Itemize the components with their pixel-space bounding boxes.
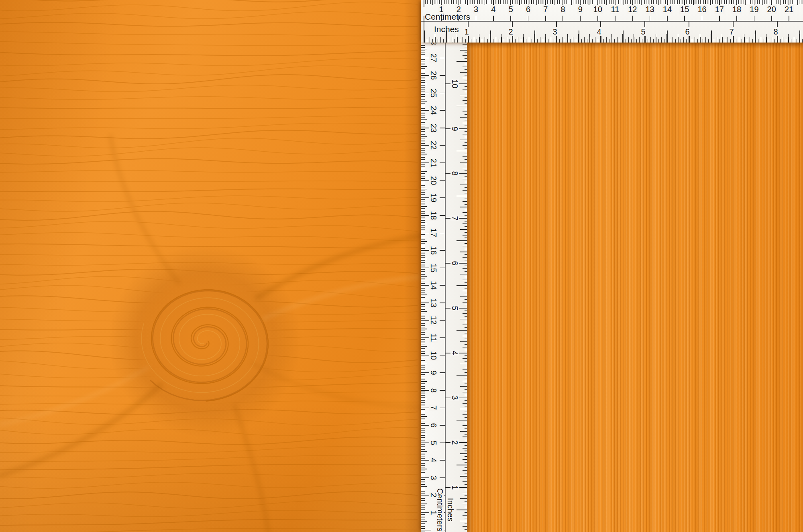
top-inch-number: 8 — [772, 27, 779, 36]
left-cm-number: 11 — [429, 333, 438, 343]
left-cm-number: 15 — [429, 262, 438, 273]
left-inch-number: 6 — [450, 260, 459, 266]
left-inch-number: 1 — [450, 484, 459, 490]
left-cm-number: 1 — [429, 510, 438, 516]
top-ruler: Centimeters 1234567891011121314151617181… — [421, 0, 803, 43]
flat-fabric-panel — [467, 43, 803, 532]
top-cm-number: 17 — [714, 5, 725, 14]
fabric-product-photo: Centimeters 1234567891011121314151617181… — [0, 0, 803, 532]
top-cm-number: 6 — [525, 5, 531, 14]
left-inch-number: 11 — [450, 43, 459, 44]
top-cm-number: 5 — [508, 5, 514, 14]
top-cm-number: 7 — [542, 5, 548, 14]
left-inch-number: 10 — [450, 79, 459, 89]
left-ruler-centimeter-scale: Centimeters 2827262524232221201918171615… — [421, 43, 445, 532]
fabric-swirl-texture — [0, 0, 421, 532]
top-ruler-centimeters-label: Centimeters — [425, 12, 470, 21]
left-cm-number: 14 — [429, 280, 438, 290]
left-cm-number: 7 — [429, 405, 438, 411]
top-inch-number: 4 — [596, 27, 602, 36]
left-inch-number: 4 — [450, 350, 459, 356]
top-cm-number: 14 — [662, 5, 673, 14]
top-cm-number: 8 — [560, 5, 566, 14]
left-cm-number: 25 — [429, 87, 438, 98]
top-cm-number: 16 — [697, 5, 707, 14]
left-ruler-inches-label: Inches — [446, 498, 454, 522]
top-cm-number: 15 — [679, 5, 690, 14]
top-cm-number: 3 — [473, 5, 479, 14]
top-inch-number: 3 — [552, 27, 558, 36]
top-cm-number: 12 — [627, 5, 638, 14]
top-cm-number: 4 — [490, 5, 496, 14]
left-cm-number: 18 — [429, 210, 438, 221]
left-cm-number: 8 — [429, 387, 438, 393]
top-cm-number: 20 — [766, 5, 777, 14]
left-cm-number: 5 — [429, 440, 438, 446]
left-cm-number: 28 — [429, 43, 438, 46]
top-cm-number: 11 — [610, 5, 620, 14]
left-cm-number: 21 — [429, 158, 438, 168]
top-cm-number: 2 — [456, 5, 462, 14]
left-cm-number: 9 — [429, 370, 438, 376]
left-cm-number: 13 — [429, 298, 438, 308]
left-cm-number: 23 — [429, 123, 438, 133]
top-inch-number: 6 — [684, 27, 690, 36]
top-cm-number: 13 — [644, 5, 655, 14]
left-cm-number: 3 — [429, 475, 438, 481]
left-cm-number: 22 — [429, 140, 438, 150]
left-inch-number: 7 — [450, 215, 459, 221]
top-inch-number: 5 — [640, 27, 646, 36]
top-cm-number: 1 — [438, 5, 444, 14]
top-ruler-inch-scale: Inches 12345678 — [421, 21, 803, 43]
left-cm-number: 10 — [429, 350, 438, 360]
left-cm-number: 24 — [429, 105, 438, 116]
top-inch-number: 7 — [728, 27, 734, 36]
left-cm-number: 17 — [429, 227, 438, 238]
top-ruler-centimeter-scale: Centimeters 1234567891011121314151617181… — [421, 0, 803, 21]
left-inch-number: 3 — [450, 395, 459, 401]
left-cm-number: 2 — [429, 492, 438, 498]
left-cm-number: 20 — [429, 175, 438, 185]
left-cm-number: 12 — [429, 315, 438, 325]
left-cm-number: 6 — [429, 422, 438, 428]
left-cm-number: 27 — [429, 53, 438, 63]
left-cm-number: 19 — [429, 193, 438, 203]
top-inch-number: 1 — [463, 27, 469, 36]
left-inch-number: 5 — [450, 305, 459, 311]
left-inch-number: 9 — [450, 126, 459, 132]
draped-fabric-panel — [0, 0, 421, 532]
left-ruler-inch-scale: Inches 1110987654321 — [445, 43, 467, 532]
top-ruler-inches-label: Inches — [434, 25, 459, 33]
top-inch-number: 2 — [507, 27, 514, 36]
left-inch-number: 8 — [450, 171, 459, 177]
top-cm-number: 10 — [593, 5, 603, 14]
left-cm-number: 4 — [429, 457, 438, 463]
left-cm-number: 26 — [429, 70, 438, 81]
left-ruler: Centimeters 2827262524232221201918171615… — [421, 43, 467, 532]
top-cm-number: 21 — [784, 5, 794, 14]
top-cm-number: 18 — [732, 5, 742, 14]
top-cm-number: 19 — [749, 5, 759, 14]
top-cm-number: 9 — [577, 5, 583, 14]
left-inch-number: 2 — [450, 440, 459, 446]
left-cm-number: 16 — [429, 245, 438, 256]
